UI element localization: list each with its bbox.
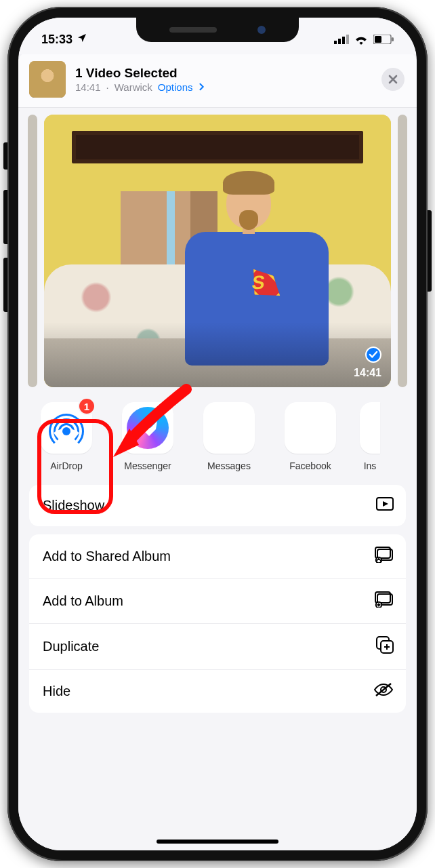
facebook-icon: f — [285, 402, 336, 454]
app-label: Facebook — [278, 460, 342, 471]
location-arrow-icon — [77, 33, 87, 47]
preview-card[interactable]: S 14:41 — [44, 115, 391, 387]
action-add-shared-album[interactable]: Add to Shared Album — [29, 534, 406, 578]
side-button — [428, 210, 432, 292]
app-label: Messages — [197, 460, 261, 471]
selection-location: Warwick — [115, 81, 152, 94]
action-add-album[interactable]: Add to Album — [29, 578, 406, 623]
app-label: AirDrop — [35, 460, 98, 471]
side-button — [3, 142, 7, 170]
action-label: Duplicate — [43, 639, 99, 654]
action-duplicate[interactable]: Duplicate — [29, 623, 406, 669]
dot-separator: · — [106, 81, 109, 94]
action-label: Slideshow — [43, 498, 104, 513]
wifi-icon — [354, 34, 369, 45]
hide-icon — [373, 682, 394, 701]
app-airdrop[interactable]: 1 AirDrop — [35, 402, 98, 471]
svg-rect-6 — [392, 37, 394, 41]
preview-peek-left[interactable] — [28, 115, 37, 387]
action-label: Add to Shared Album — [43, 549, 171, 564]
messenger-icon — [122, 402, 173, 454]
preview-duration: 14:41 — [354, 367, 381, 379]
sheet-header: 1 Video Selected 14:41 · Warwick Options — [18, 52, 417, 108]
cellular-icon — [334, 35, 349, 44]
app-label: Messenger — [116, 460, 180, 471]
selection-thumbnail[interactable] — [29, 61, 66, 98]
battery-icon — [373, 35, 394, 44]
messages-icon — [203, 402, 255, 454]
close-icon — [388, 72, 398, 87]
app-messages[interactable]: Messages — [197, 402, 261, 471]
svg-rect-5 — [375, 36, 381, 43]
selection-time: 14:41 — [75, 81, 101, 94]
action-list: Slideshow Add to Shared Album A — [18, 485, 417, 713]
instagram-icon — [360, 402, 380, 454]
svg-rect-0 — [334, 41, 337, 44]
duplicate-icon — [376, 636, 394, 657]
preview-peek-right[interactable] — [398, 115, 407, 387]
app-messenger[interactable]: Messenger — [116, 402, 180, 471]
add-album-icon — [375, 591, 394, 611]
share-apps-row[interactable]: 1 AirDrop Messenger Messages — [18, 393, 417, 485]
notch — [136, 18, 299, 42]
app-instagram[interactable]: Ins — [360, 402, 380, 471]
side-button — [3, 190, 7, 244]
action-slideshow[interactable]: Slideshow — [29, 485, 406, 526]
app-label: Ins — [360, 460, 380, 471]
home-indicator[interactable] — [157, 840, 278, 844]
svg-rect-3 — [346, 35, 349, 44]
app-facebook[interactable]: f Facebook — [278, 402, 342, 471]
play-rect-icon — [376, 497, 394, 514]
action-hide[interactable]: Hide — [29, 669, 406, 713]
options-link[interactable]: Options — [158, 81, 193, 94]
action-label: Hide — [43, 684, 70, 699]
side-button — [3, 258, 7, 312]
share-sheet: 1 Video Selected 14:41 · Warwick Options — [18, 52, 417, 850]
selection-title: 1 Video Selected — [75, 65, 372, 81]
svg-rect-2 — [342, 37, 345, 44]
airdrop-badge: 1 — [78, 397, 96, 415]
shared-album-icon — [375, 547, 394, 566]
phone-frame: 15:33 — [7, 7, 428, 861]
chevron-right-icon — [199, 81, 205, 94]
preview-carousel[interactable]: S 14:41 — [18, 108, 417, 393]
svg-rect-1 — [338, 39, 341, 44]
action-label: Add to Album — [43, 593, 123, 609]
clock: 15:33 — [41, 33, 72, 47]
selected-check-icon[interactable] — [365, 347, 381, 363]
close-button[interactable] — [381, 68, 405, 91]
screen: 15:33 — [18, 18, 417, 850]
